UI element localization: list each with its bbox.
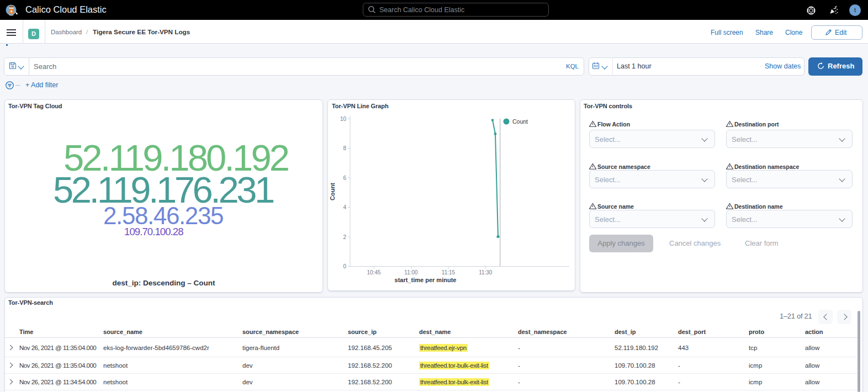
svg-text:4: 4 [343, 204, 346, 210]
svg-text:8: 8 [343, 145, 346, 151]
svg-text:Count: Count [512, 118, 528, 125]
svg-text:6: 6 [343, 175, 346, 181]
svg-text:0: 0 [343, 263, 346, 269]
svg-text:10: 10 [340, 116, 347, 122]
svg-text:10:45: 10:45 [367, 269, 380, 276]
svg-text:11:15: 11:15 [442, 269, 456, 276]
svg-text:2: 2 [343, 234, 346, 240]
svg-text:Count: Count [329, 183, 336, 200]
svg-text:start_time per minute: start_time per minute [395, 277, 457, 283]
svg-text:11:30: 11:30 [479, 269, 493, 276]
svg-text:11:00: 11:00 [404, 269, 418, 276]
